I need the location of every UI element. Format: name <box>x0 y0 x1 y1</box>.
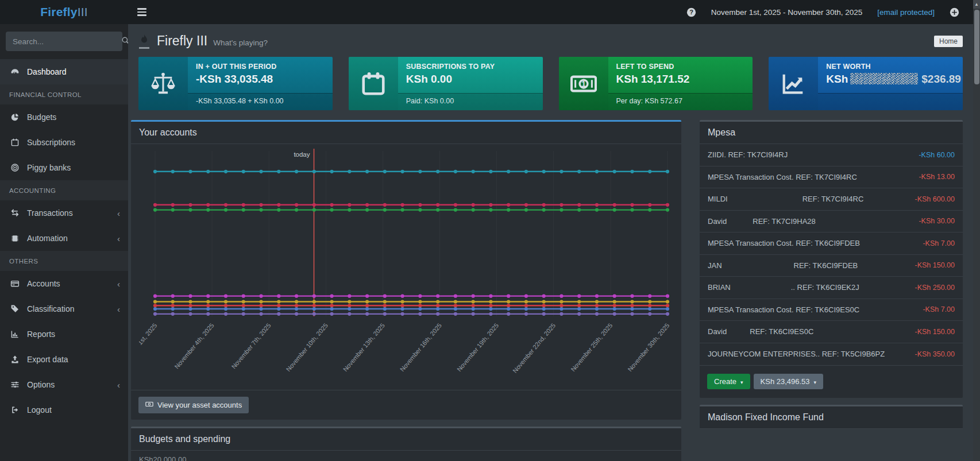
search-button[interactable] <box>121 32 128 51</box>
scroll-up-arrow-icon[interactable]: ▲ <box>973 0 980 9</box>
top-navbar: FireflyIII ? November 1st, 2025 - Novemb… <box>0 0 980 24</box>
svg-text:November 25th, 2025: November 25th, 2025 <box>569 322 614 373</box>
transaction-row[interactable]: DavidREF: TK6CI9ES0C-KSh 150.00 <box>700 321 963 343</box>
sidebar-item-reports[interactable]: Reports <box>0 321 128 347</box>
info-box-footer: -KSh 33,035.48 + KSh 0.00 <box>188 93 333 110</box>
svg-text:November 22nd, 2025: November 22nd, 2025 <box>511 322 557 374</box>
transaction-row[interactable]: MPESA Transaction Cost. REF: TK7CI9I4RC-… <box>700 166 963 189</box>
scrollbar-thumb[interactable] <box>974 10 979 84</box>
budget-amount-label: KSh20,000.00 <box>131 451 681 461</box>
sidebar-item-logout[interactable]: Logout <box>0 397 128 423</box>
transaction-amount: -KSh 250.00 <box>909 284 955 292</box>
svg-text:today: today <box>294 151 310 158</box>
info-box-footer: Paid: KSh 0.00 <box>398 93 543 110</box>
sidebar-toggle-icon[interactable] <box>130 0 153 24</box>
sidebar-item-label: Dashboard <box>27 67 67 76</box>
help-icon[interactable]: ? <box>686 7 696 17</box>
redacted-gap <box>728 199 802 199</box>
transaction-description: ZIIDI. REF: TK7CI9I4RJ <box>708 150 788 159</box>
search-icon <box>121 36 128 47</box>
user-email-link[interactable]: [email protected] <box>877 8 935 17</box>
svg-text:November 1st, 2025: November 1st, 2025 <box>139 322 159 370</box>
svg-text:November 16th, 2025: November 16th, 2025 <box>399 322 443 373</box>
calendar-check-icon <box>349 57 398 110</box>
sidebar-item-export-data[interactable]: Export data <box>0 347 128 372</box>
info-box-net-worth[interactable]: NET WORTHKSh$236.89 <box>769 57 963 110</box>
page-scrollbar[interactable]: ▲ <box>973 0 980 461</box>
madison-fund-title: Madison Fixed Income Fund <box>700 406 963 429</box>
svg-text:1: 1 <box>581 79 586 88</box>
transaction-row[interactable]: BRIAN.. REF: TK6CI9EK2J-KSh 250.00 <box>700 277 963 299</box>
info-box-left-to-spend[interactable]: 1LEFT TO SPENDKSh 13,171.52Per day: KSh … <box>559 57 753 110</box>
sidebar-item-label: Piggy banks <box>27 163 71 172</box>
sidebar-item-label: Automation <box>27 234 68 243</box>
transaction-amount: -KSh 600.00 <box>909 195 955 203</box>
firefly-flame-icon <box>138 34 151 49</box>
transaction-description: David <box>708 327 727 336</box>
sidebar-item-classification[interactable]: Classification‹ <box>0 296 128 321</box>
sidebar-item-label: Classification <box>27 304 74 313</box>
madison-fund-panel: Madison Fixed Income Fund <box>700 405 963 429</box>
accounts-chart: November 1st, 2025November 4th, 2025Nove… <box>131 144 681 390</box>
sidebar-item-accounts[interactable]: Accounts‹ <box>0 271 128 296</box>
transaction-row[interactable]: MPESA Transaction Cost. REF: TK6CI9FDEB-… <box>700 233 963 255</box>
sidebar-item-label: Options <box>27 380 55 389</box>
pie-chart-icon <box>9 112 21 122</box>
create-button[interactable]: Create▾ <box>707 374 750 389</box>
transaction-amount: -KSh 150.00 <box>909 328 955 336</box>
svg-text:November 19th, 2025: November 19th, 2025 <box>456 322 500 373</box>
sidebar-item-budgets[interactable]: Budgets <box>0 104 128 130</box>
sidebar-item-piggy-banks[interactable]: Piggy banks <box>0 155 128 180</box>
transaction-description: MPESA Transaction Cost. REF: TK7CI9I4RC <box>708 173 857 181</box>
sidebar-item-options[interactable]: Options‹ <box>0 372 128 397</box>
view-asset-accounts-button[interactable]: View your asset accounts <box>138 397 249 413</box>
sidebar: DashboardFINANCIAL CONTROLBudgetsSubscri… <box>0 24 128 461</box>
plus-circle-icon[interactable] <box>950 7 959 17</box>
date-range[interactable]: November 1st, 2025 - November 30th, 2025 <box>711 8 862 17</box>
app-logo[interactable]: FireflyIII <box>0 0 128 24</box>
transaction-row[interactable]: JANREF: TK6CI9FDEB-KSh 150.00 <box>700 255 963 277</box>
transaction-row[interactable]: JOURNEYCOM ENTERPRISES.. REF: TK5CI9B6PZ… <box>700 343 963 366</box>
mpesa-panel: Mpesa ZIIDI. REF: TK7CI9I4RJ-KSh 60.00MP… <box>700 120 963 398</box>
search-input[interactable] <box>6 37 121 46</box>
info-box-in-out-this-period[interactable]: IN + OUT THIS PERIOD-KSh 33,035.48-KSh 3… <box>138 57 333 110</box>
brand-light: III <box>78 5 88 19</box>
breadcrumb-home[interactable]: Home <box>934 36 963 47</box>
account-balance-dropdown[interactable]: KSh 23,496.53▾ <box>754 374 824 389</box>
svg-text:November 13th, 2025: November 13th, 2025 <box>342 322 386 373</box>
info-box-value: KSh 0.00 <box>406 73 536 86</box>
sidebar-item-dashboard[interactable]: Dashboard <box>0 59 128 84</box>
sidebar-item-subscriptions[interactable]: Subscriptions <box>0 130 128 155</box>
redacted-gap <box>727 331 750 332</box>
transaction-row[interactable]: ZIIDI. REF: TK7CI9I4RJ-KSh 60.00 <box>700 144 963 166</box>
transaction-description: JAN <box>708 261 722 270</box>
transaction-reference: REF: TK7CI9I4RC <box>802 195 864 203</box>
sidebar-section-financial-control: FINANCIAL CONTROL <box>0 84 128 104</box>
sidebar-item-automation[interactable]: Automation‹ <box>0 226 128 251</box>
accounts-line-chart-svg: November 1st, 2025November 4th, 2025Nove… <box>139 144 673 388</box>
page-title: Firefly III <box>157 33 207 49</box>
money-bill-icon <box>145 400 153 410</box>
sidebar-item-label: Transactions <box>27 208 73 218</box>
transaction-row[interactable]: DavidREF: TK7CI9HA28-KSh 30.00 <box>700 211 963 233</box>
sidebar-item-label: Accounts <box>27 279 60 288</box>
info-box-subscriptions-to-pay[interactable]: SUBSCRIPTIONS TO PAYKSh 0.00Paid: KSh 0.… <box>349 57 543 110</box>
svg-text:November 10th, 2025: November 10th, 2025 <box>285 322 329 373</box>
your-accounts-title: Your accounts <box>131 122 681 144</box>
svg-text:November 30th, 2025: November 30th, 2025 <box>626 322 670 373</box>
transaction-amount: -KSh 7.00 <box>917 239 955 247</box>
money-bill-icon: 1 <box>559 57 608 110</box>
redacted-gap <box>731 287 791 288</box>
transaction-row[interactable]: MILDIREF: TK7CI9I4RC-KSh 600.00 <box>700 188 963 211</box>
gauge-icon <box>9 67 21 77</box>
transaction-row[interactable]: MPESA Transaction Cost. REF: TK6CI9ES0C-… <box>700 299 963 321</box>
sliders-icon <box>9 379 21 390</box>
sidebar-item-label: Logout <box>27 405 52 414</box>
transaction-amount: -KSh 350.00 <box>909 350 955 358</box>
transaction-amount: -KSh 30.00 <box>913 217 955 225</box>
transaction-reference: REF: TK6CI9ES0C <box>750 327 813 336</box>
svg-text:November 4th, 2025: November 4th, 2025 <box>173 322 215 370</box>
sidebar-item-transactions[interactable]: Transactions‹ <box>0 200 128 226</box>
page-subtitle: What's playing? <box>213 35 268 47</box>
logout-icon <box>9 405 21 415</box>
